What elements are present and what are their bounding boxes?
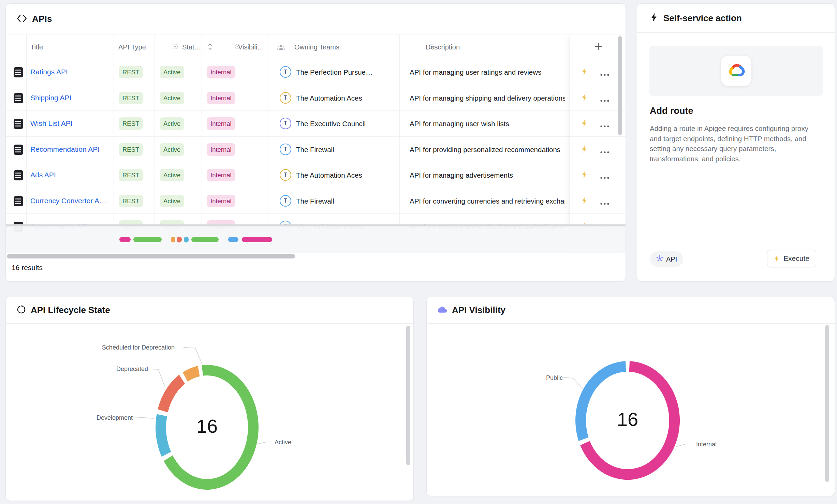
team-name: The Executive Council	[296, 120, 366, 128]
execute-button-label: Execute	[783, 254, 809, 263]
entity-icon	[13, 93, 24, 105]
visibility-card-header: API Visibility	[427, 297, 835, 324]
api-type-badge: REST	[119, 195, 143, 207]
blueprint-chip-label: API	[666, 255, 677, 263]
api-title-link[interactable]: Ratings API	[30, 68, 68, 76]
status-property-icon	[173, 44, 178, 49]
label-deprecated: Deprecated	[46, 366, 148, 373]
col-owning-teams[interactable]: Owning Teams	[294, 43, 339, 51]
label-scheduled-for-deprecation: Scheduled for Deprecation	[72, 344, 175, 351]
api-lifecycle-card: API Lifecycle State 16 Scheduled for Dep…	[5, 297, 414, 501]
visibility-badge: Internal	[207, 195, 235, 207]
row-menu-icon[interactable]	[600, 97, 610, 103]
row-menu-icon[interactable]	[600, 200, 610, 206]
row-actions	[570, 162, 626, 188]
visibility-chart-title: API Visibility	[452, 305, 505, 315]
team-avatar: T	[280, 118, 291, 129]
run-action-icon[interactable]	[581, 68, 588, 77]
api-title-link[interactable]: Ads API	[30, 171, 56, 179]
api-description: API for managing user wish lists	[410, 120, 565, 128]
apis-card-header: APIs	[6, 4, 626, 34]
visibility-badge: Internal	[207, 66, 235, 78]
results-count: 16 results	[12, 264, 43, 272]
api-title-link[interactable]: Recommendation API	[30, 145, 100, 153]
row-actions	[570, 188, 626, 214]
api-title-link[interactable]: Shipping API	[30, 94, 71, 102]
row-menu-icon[interactable]	[600, 174, 610, 180]
table-row: Recommendation API REST Active Internal …	[6, 137, 570, 163]
row-menu-icon[interactable]	[600, 149, 610, 155]
team-avatar: T	[280, 144, 291, 155]
scroll-preview-band	[6, 226, 626, 253]
table-row: Ratings API REST Active Internal T The P…	[6, 59, 570, 85]
lifecycle-chart-title: API Lifecycle State	[31, 305, 110, 315]
table-rows: Ratings API REST Active Internal T The P…	[6, 59, 570, 240]
entity-icon	[13, 118, 24, 131]
api-type-badge: REST	[119, 143, 143, 156]
api-description: API for converting currencies and retrie…	[410, 197, 565, 205]
lifecycle-card-header: API Lifecycle State	[6, 297, 413, 324]
team-name: The Firewall	[296, 146, 334, 154]
team-name: The Automation Aces	[296, 171, 362, 179]
status-badge: Active	[160, 117, 184, 130]
self-service-action-card: Self-service action Add route Adding a r…	[637, 3, 835, 282]
label-development: Development	[30, 414, 133, 421]
table-column-headers: Title API Type Stat… Visibili… Owning Te…	[6, 34, 626, 59]
status-badge: Active	[160, 66, 184, 78]
dashed-circle-icon	[17, 305, 26, 315]
sort-carets-icon[interactable]	[208, 42, 212, 53]
label-internal: Internal	[696, 441, 717, 448]
run-action-icon[interactable]	[581, 171, 588, 180]
row-menu-icon[interactable]	[600, 123, 610, 129]
entity-icon	[13, 67, 24, 79]
visibility-card-scrollbar[interactable]	[825, 325, 829, 482]
run-action-icon[interactable]	[581, 119, 588, 129]
table-actions-column	[570, 34, 626, 253]
api-type-badge: REST	[119, 117, 143, 130]
action-title: Add route	[650, 106, 693, 116]
vertical-scrollbar[interactable]	[618, 36, 622, 135]
api-title-link[interactable]: Currency Converter A…	[30, 197, 106, 205]
action-logo-tile	[721, 55, 752, 86]
table-title: APIs	[32, 14, 52, 24]
team-avatar: T	[280, 169, 291, 181]
col-description[interactable]: Description	[426, 43, 460, 51]
execute-button[interactable]: Execute	[767, 250, 816, 267]
lightning-icon	[650, 13, 658, 24]
status-badge: Active	[160, 195, 184, 207]
row-actions	[570, 59, 626, 85]
visibility-total: 16	[600, 408, 655, 430]
api-type-badge: REST	[119, 169, 143, 181]
lifecycle-total: 16	[180, 415, 234, 437]
row-actions	[570, 111, 626, 137]
run-action-icon[interactable]	[581, 145, 588, 154]
api-description: API for managing shipping and delivery o…	[410, 94, 565, 102]
team-avatar: T	[280, 66, 291, 78]
row-menu-icon[interactable]	[600, 71, 610, 77]
visibility-badge: Internal	[207, 117, 235, 130]
api-title-link[interactable]: Wish List API	[30, 119, 73, 128]
team-avatar: T	[280, 92, 291, 104]
blueprint-chip[interactable]: API	[650, 251, 683, 267]
add-column-button[interactable]	[570, 34, 626, 59]
col-status[interactable]: Stat…	[182, 43, 201, 51]
dashboard: APIs Title API Type Stat… Visibili… Owni…	[0, 0, 837, 504]
team-name: The Automation Aces	[296, 94, 362, 102]
team-name: The Perfection Pursue…	[296, 68, 372, 76]
horizontal-scrollbar[interactable]	[7, 254, 295, 258]
run-action-icon[interactable]	[581, 94, 588, 103]
action-description: Adding a route in Apigee requires config…	[650, 123, 815, 164]
table-row: Ads API REST Active Internal T The Autom…	[6, 162, 570, 188]
team-name: The Firewall	[296, 197, 334, 205]
action-card-title: Self-service action	[663, 13, 742, 24]
status-badge: Active	[160, 169, 184, 181]
run-action-icon[interactable]	[581, 197, 588, 206]
lifecycle-card-scrollbar[interactable]	[406, 326, 410, 465]
api-description: API for managing advertisements	[410, 171, 565, 179]
col-title[interactable]: Title	[30, 43, 43, 51]
table-row: Currency Converter A… REST Active Intern…	[6, 188, 570, 214]
col-visibility[interactable]: Visibili…	[238, 43, 264, 51]
code-icon	[17, 14, 27, 24]
col-api-type[interactable]: API Type	[118, 43, 146, 51]
api-visibility-card: API Visibility 16 Public Internal	[426, 297, 835, 496]
